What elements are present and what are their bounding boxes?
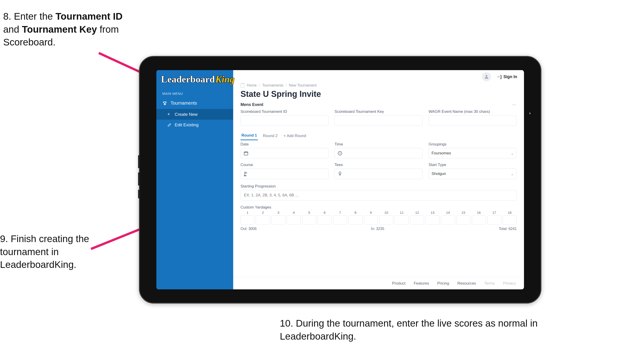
avatar[interactable]	[482, 72, 491, 81]
tab-round-2[interactable]: Round 2	[262, 132, 278, 140]
tab-round-1[interactable]: Round 1	[240, 131, 258, 140]
yardage-input[interactable]	[503, 215, 517, 225]
section-title: Mens Event	[240, 102, 263, 107]
tees-input[interactable]	[334, 169, 422, 179]
yardage-input[interactable]	[426, 215, 440, 225]
hole-number: 15	[462, 211, 466, 214]
hole-number: 17	[492, 211, 496, 214]
yardage-input[interactable]	[410, 215, 424, 225]
date-input[interactable]	[240, 148, 328, 158]
sidebar-item-tournaments[interactable]: Tournaments	[156, 97, 233, 109]
row-course-tees: Course Tees	[240, 163, 517, 179]
footer-privacy[interactable]: Privacy	[503, 281, 516, 286]
yardage-input[interactable]	[240, 215, 254, 225]
date-label: Date	[240, 142, 328, 147]
logo-word-2: King	[215, 74, 234, 85]
crumb-home[interactable]: Home	[247, 83, 257, 87]
crumb-tournaments[interactable]: Tournaments	[262, 83, 284, 87]
yardage-input[interactable]	[271, 215, 285, 225]
tab-add-round[interactable]: +Add Round	[282, 132, 307, 140]
sidebar-tournaments-label: Tournaments	[170, 100, 197, 106]
tournament-id-label: Scoreboard Tournament ID	[240, 109, 328, 114]
yardage-input[interactable]	[487, 215, 501, 225]
chevron-down-icon: ⌄	[511, 151, 514, 156]
yardage-hole: 5	[302, 211, 316, 225]
add-round-label: Add Round	[287, 134, 306, 138]
yardage-in: In: 3235	[371, 227, 384, 231]
out-label: Out:	[240, 227, 247, 231]
yardage-input[interactable]	[333, 215, 347, 225]
yardage-out: Out: 3006	[240, 227, 256, 231]
groupings-select[interactable]: Foursomes ⌄	[429, 148, 517, 158]
sidebar-edit-existing-label: Edit Existing	[175, 122, 199, 127]
yardage-input[interactable]	[318, 215, 332, 225]
plus-icon: +	[167, 112, 172, 117]
yardage-input[interactable]	[287, 215, 300, 225]
starting-progression-input[interactable]	[240, 190, 517, 201]
hole-number: 13	[431, 211, 434, 214]
yardage-hole: 18	[503, 211, 517, 225]
step-9-annotation: 9. Finish creating the tournament in Lea…	[0, 233, 100, 271]
wagr-label: WAGR Event Name (max 30 chars)	[429, 109, 517, 114]
yardage-input[interactable]	[364, 215, 378, 225]
yardage-input[interactable]	[379, 215, 393, 225]
start-type-select[interactable]: Shotgun ⌄	[429, 169, 517, 179]
section-header: Mens Event ⋯	[240, 102, 517, 107]
tournament-key-label: Scoreboard Tournament Key	[334, 109, 422, 114]
calendar-icon	[244, 151, 248, 156]
footer-features[interactable]: Features	[414, 281, 429, 286]
yardage-input[interactable]	[348, 215, 362, 225]
hole-number: 11	[400, 211, 404, 214]
time-label: Time	[334, 142, 422, 147]
yardage-hole: 9	[364, 211, 378, 225]
sidebar-item-edit-existing[interactable]: Edit Existing	[156, 120, 233, 130]
wagr-input[interactable]	[429, 115, 517, 126]
step-8-mid: and	[3, 24, 22, 35]
home-icon[interactable]	[240, 83, 244, 87]
sidebar-menu-label: MAIN MENU	[156, 86, 233, 97]
chevron-down-icon: ⌄	[511, 172, 514, 176]
course-input[interactable]	[240, 169, 328, 179]
sidebar-item-create-new[interactable]: + Create New	[156, 109, 233, 120]
hole-number: 16	[477, 211, 481, 214]
hole-number: 18	[508, 211, 512, 214]
in-value: 3235	[376, 227, 384, 231]
start-type-label: Start Type	[429, 163, 517, 167]
yardage-hole: 13	[426, 211, 440, 225]
footer-resources[interactable]: Resources	[458, 281, 476, 286]
yardage-input[interactable]	[456, 215, 470, 225]
footer-product[interactable]: Product	[392, 281, 406, 286]
tournament-key-input[interactable]	[334, 115, 422, 126]
signin-arrow-icon: →]	[496, 74, 502, 79]
sign-in-button[interactable]: →] Sign In	[496, 74, 517, 79]
yardage-hole: 4	[287, 211, 300, 225]
hole-number: 12	[415, 211, 419, 214]
app-screen: LeaderboardKing MAIN MENU Tournaments + …	[156, 70, 524, 289]
custom-yardages-label: Custom Yardages	[240, 205, 517, 210]
yardage-input[interactable]	[472, 215, 486, 225]
yardage-input[interactable]	[394, 215, 408, 225]
edit-icon	[167, 123, 172, 127]
yardage-input[interactable]	[441, 215, 455, 225]
yardage-hole: 16	[472, 211, 486, 225]
tees-label: Tees	[334, 163, 422, 167]
crumb-sep-2: /	[286, 83, 287, 87]
user-icon	[484, 74, 489, 79]
yardage-input[interactable]	[302, 215, 316, 225]
footer-pricing[interactable]: Pricing	[437, 281, 449, 286]
row-date-time: Date Time	[240, 142, 517, 158]
start-type-value: Shotgun	[432, 172, 446, 176]
time-input[interactable]	[334, 148, 422, 158]
out-value: 3006	[248, 227, 257, 231]
svg-point-5	[244, 175, 246, 176]
trophy-icon	[162, 101, 167, 105]
tournament-id-input[interactable]	[240, 115, 328, 126]
footer-terms[interactable]: Terms	[484, 281, 495, 286]
starting-progression-label: Starting Progression	[240, 184, 517, 189]
yardage-input[interactable]	[256, 215, 270, 225]
hole-number: 5	[308, 211, 310, 214]
in-label: In:	[371, 227, 375, 231]
step-8-bold-id: Tournament ID	[56, 11, 122, 22]
crumb-sep-1: /	[259, 83, 260, 87]
section-menu-icon[interactable]: ⋯	[512, 102, 517, 107]
